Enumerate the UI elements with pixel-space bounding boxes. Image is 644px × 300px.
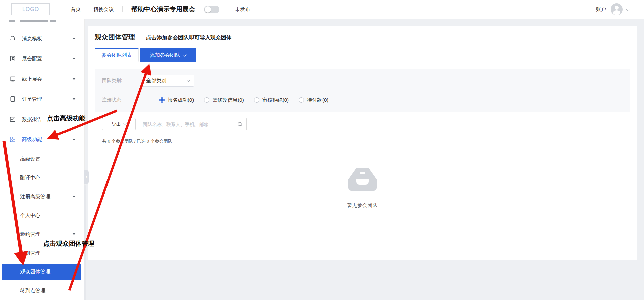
sidebar-scrollbar[interactable] xyxy=(84,185,86,300)
page-title: 观众团体管理 xyxy=(95,33,135,41)
event-title: 帮助中心演示专用展会 xyxy=(131,5,195,14)
radio-unselected-icon xyxy=(204,97,209,103)
page-subtitle: 点击添加参会团队即可导入观众团体 xyxy=(146,34,232,41)
chevron-down-icon xyxy=(123,122,127,125)
sidebar-item-data-report[interactable]: 数据报告 xyxy=(0,109,84,129)
subitem-label: 观众团体管理 xyxy=(20,269,72,275)
bell-icon xyxy=(9,35,16,42)
nav-switch-event[interactable]: 切换会议 xyxy=(93,6,114,13)
search-box xyxy=(138,118,247,130)
sidebar-subitem-registration-advanced[interactable]: 注册高级管理 xyxy=(0,187,84,206)
radio-pending-payment[interactable]: 待付款(0) xyxy=(299,97,328,103)
sidebar: 消息模板 展会配置 线上展会 xyxy=(0,19,85,300)
sidebar-item-online-expo[interactable]: 线上展会 xyxy=(0,69,84,89)
grid-icon xyxy=(9,136,16,143)
sidebar-item-order-management[interactable]: 订单管理 xyxy=(0,89,84,109)
report-icon xyxy=(9,116,16,123)
sidebar-item-label: 线上展会 xyxy=(22,76,72,82)
chevron-down-icon xyxy=(72,38,76,40)
sidebar-item-label: 高级功能 xyxy=(22,136,72,143)
tabs-row: 参会团队列表 添加参会团队 xyxy=(95,48,630,62)
order-icon xyxy=(9,96,16,102)
sidebar-item-clipped xyxy=(0,20,84,23)
empty-state-text: 暂无参会团队 xyxy=(95,202,630,209)
subitem-label: 个人中心 xyxy=(20,212,76,219)
account-area: 账户 xyxy=(596,3,629,15)
sidebar-item-expo-config[interactable]: 展会配置 xyxy=(0,49,84,69)
sidebar-item-label: 展会配置 xyxy=(22,56,72,62)
sidebar-collapse-handle[interactable]: ‹ xyxy=(84,170,89,184)
radio-selected-icon xyxy=(159,97,165,103)
radio-unselected-icon xyxy=(299,97,304,103)
nav-home[interactable]: 首页 xyxy=(71,6,81,13)
logo[interactable]: LOGO xyxy=(11,3,50,15)
config-icon xyxy=(9,55,16,62)
publish-toggle[interactable] xyxy=(204,6,219,13)
radio-review-rejected[interactable]: 审核拒绝(0) xyxy=(254,97,289,103)
status-filter-label: 注册状态: xyxy=(102,97,142,103)
account-chevron-down-icon[interactable] xyxy=(626,7,630,11)
radio-signup-success[interactable]: 报名成功(0) xyxy=(159,97,194,103)
chevron-down-icon xyxy=(72,233,76,235)
category-select[interactable]: 全部类别 xyxy=(142,75,194,87)
export-button[interactable]: 导出 xyxy=(102,118,136,130)
radio-label: 待付款(0) xyxy=(307,97,328,103)
sidebar-menu: 消息模板 展会配置 线上展会 xyxy=(0,23,84,300)
sidebar-subitem-exhibition-group[interactable]: 展团管理 xyxy=(0,244,84,262)
search-icon[interactable] xyxy=(237,121,243,127)
toggle-knob xyxy=(205,6,211,13)
add-team-button-label: 添加参会团队 xyxy=(150,52,180,58)
chevron-down-icon xyxy=(72,78,76,80)
empty-state: 暂无参会团队 xyxy=(95,167,630,209)
sidebar-item-label: 消息模板 xyxy=(22,36,72,42)
subitem-label: 签到点管理 xyxy=(20,288,76,294)
sidebar-item-label: 订单管理 xyxy=(22,96,72,102)
sidebar-subitem-invitation-management[interactable]: 邀约管理 xyxy=(0,225,84,244)
sidebar-subitem-personal-center[interactable]: 个人中心 xyxy=(0,206,84,225)
subitem-label: 高级设置 xyxy=(20,156,76,162)
radio-label: 需修改信息(0) xyxy=(212,97,244,103)
chevron-down-icon xyxy=(72,98,76,100)
subitem-label: 邀约管理 xyxy=(20,231,72,238)
tab-label: 参会团队列表 xyxy=(102,52,132,58)
radio-label: 审核拒绝(0) xyxy=(262,97,289,103)
radio-label: 报名成功(0) xyxy=(168,97,194,103)
category-select-value: 全部类别 xyxy=(146,78,166,84)
radio-needs-modification[interactable]: 需修改信息(0) xyxy=(204,97,244,103)
radio-unselected-icon xyxy=(254,97,259,103)
empty-inbox-icon xyxy=(346,167,379,192)
chevron-down-icon xyxy=(72,196,76,198)
chevron-down-icon xyxy=(186,78,190,82)
topbar: LOGO 首页 切换会议 帮助中心演示专用展会 未发布 账户 xyxy=(0,0,644,19)
chevron-down-icon xyxy=(72,58,76,60)
monitor-icon xyxy=(9,76,16,82)
category-filter-label: 团队类别: xyxy=(102,78,142,84)
subitem-label: 注册高级管理 xyxy=(20,194,72,200)
search-input[interactable] xyxy=(142,121,237,127)
sidebar-subitem-audience-group[interactable]: 观众团体管理 xyxy=(2,264,81,280)
status-radio-group: 报名成功(0) 需修改信息(0) 审核拒绝(0) 待付款(0) xyxy=(159,97,338,103)
account-label: 账户 xyxy=(596,6,606,13)
sidebar-item-message-template[interactable]: 消息模板 xyxy=(0,29,84,49)
chevron-down-icon xyxy=(183,53,186,56)
user-avatar-icon[interactable] xyxy=(611,3,623,15)
subitem-label: 翻译中心 xyxy=(20,175,76,181)
main-content-card: 观众团体管理 点击添加参会团队即可导入观众团体 参会团队列表 添加参会团队 团队… xyxy=(88,26,637,260)
team-count-text: 共 0 个参会团队 / 已选 0 个参会团队 xyxy=(102,138,630,144)
topbar-divider xyxy=(122,6,123,12)
filter-panel: 团队类别: 全部类别 注册状态: 报名成功(0) 需修改信息(0) 审核拒绝 xyxy=(95,69,630,112)
export-button-label: 导出 xyxy=(112,121,121,127)
sidebar-subitem-checkin-point[interactable]: 签到点管理 xyxy=(0,281,84,300)
tab-team-list[interactable]: 参会团队列表 xyxy=(95,48,139,62)
chevron-up-icon xyxy=(72,138,76,140)
add-team-button[interactable]: 添加参会团队 xyxy=(140,48,196,62)
sidebar-item-advanced-features[interactable]: 高级功能 xyxy=(0,129,84,149)
subitem-label: 展团管理 xyxy=(20,250,76,256)
chevron-down-icon xyxy=(72,118,76,120)
sidebar-subitem-advanced-settings[interactable]: 高级设置 xyxy=(0,149,84,168)
publish-status: 未发布 xyxy=(235,6,250,13)
logo-text: LOGO xyxy=(22,6,39,12)
sidebar-item-label: 数据报告 xyxy=(22,116,72,123)
sidebar-subitem-translation-center[interactable]: 翻译中心 xyxy=(0,168,84,187)
